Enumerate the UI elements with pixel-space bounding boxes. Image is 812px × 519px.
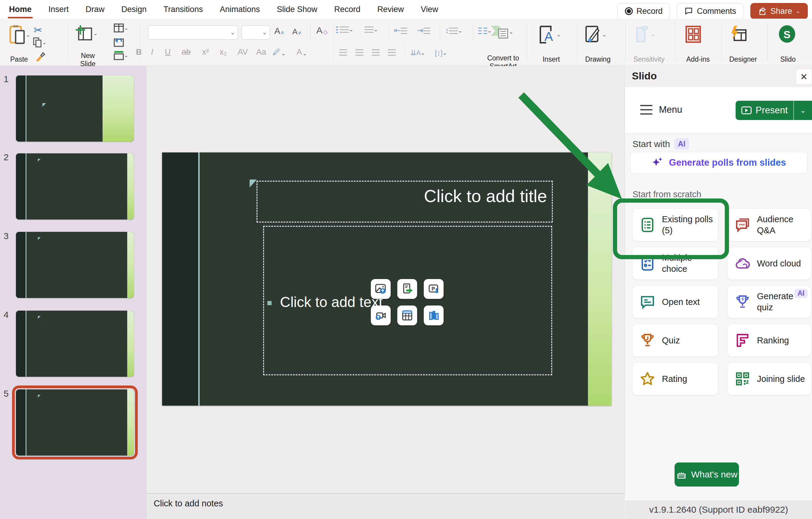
copy-button[interactable]: ⌄ <box>33 37 47 48</box>
tab-record[interactable]: Record <box>334 5 360 14</box>
tab-view[interactable]: View <box>421 5 438 14</box>
record-button[interactable]: Record <box>617 3 670 19</box>
underline-button[interactable]: U <box>165 48 171 57</box>
present-button[interactable]: Present ⌄ <box>735 101 812 120</box>
open-text-icon <box>639 293 656 310</box>
rating-card[interactable]: Rating <box>632 362 719 396</box>
subscript-button[interactable]: x₂ <box>220 48 227 57</box>
quiz-card[interactable]: Quiz <box>632 324 719 357</box>
slido-icon: S <box>778 25 796 43</box>
insert-picture-tile[interactable] <box>371 279 391 299</box>
ranking-card[interactable]: Ranking <box>727 324 811 357</box>
insert-video-tile[interactable] <box>371 306 391 325</box>
new-slide-button[interactable]: ⌄ <box>75 24 98 43</box>
align-left-button[interactable] <box>339 49 347 56</box>
character-spacing-button[interactable]: AV <box>238 48 248 57</box>
slide-thumbnail-4[interactable] <box>16 311 134 377</box>
drawing-group-label: Drawing <box>580 55 616 63</box>
superscript-button[interactable]: x² <box>202 48 209 57</box>
line-spacing-button[interactable]: ↕⌄ <box>445 26 463 35</box>
tab-transitions[interactable]: Transitions <box>164 5 203 14</box>
align-center-button[interactable] <box>355 49 363 56</box>
slide-thumbnail-2[interactable] <box>16 153 134 220</box>
chevron-down-icon: ⌄ <box>556 31 561 38</box>
cameo-icon: P <box>428 283 440 295</box>
tab-home[interactable]: Home <box>9 5 32 14</box>
whats-new-button[interactable]: What's new <box>674 462 739 487</box>
justify-button[interactable] <box>388 49 396 56</box>
bold-button[interactable]: B <box>136 48 142 57</box>
designer-button[interactable] <box>729 25 747 43</box>
paste-button[interactable]: ⌄ <box>9 25 30 45</box>
italic-button[interactable]: I <box>151 48 153 57</box>
slide-thumbnail-1[interactable] <box>16 76 134 142</box>
font-name-select[interactable]: ⌄ <box>148 25 238 40</box>
joining-slide-label: Joining slide <box>757 373 805 384</box>
highlight-color-button[interactable]: 🖉⌄ <box>272 48 286 57</box>
font-color-button[interactable]: A⌄ <box>296 48 307 57</box>
share-button[interactable]: Share ⌄ <box>750 3 808 19</box>
clear-formatting-button[interactable]: A◇ <box>316 25 327 35</box>
tab-slide-show[interactable]: Slide Show <box>277 5 317 14</box>
text-direction-button[interactable]: ⇊A⌄ <box>410 49 425 57</box>
reset-slide-button[interactable] <box>114 37 124 47</box>
decrease-font-button[interactable]: A˅ <box>292 27 301 36</box>
convert-smartart-button[interactable]: ⌄ <box>490 24 513 40</box>
present-dropdown-button[interactable]: ⌄ <box>793 101 812 120</box>
word-cloud-card[interactable]: Word cloud <box>727 247 811 280</box>
open-text-card[interactable]: Open text <box>632 285 719 318</box>
chevron-down-icon: ⌄ <box>442 50 447 56</box>
multiple-choice-card[interactable]: Multiple choice <box>632 247 719 280</box>
title-placeholder[interactable]: Click to add title <box>257 181 553 223</box>
tab-animations[interactable]: Animations <box>220 5 260 14</box>
chevron-down-icon: ⌄ <box>374 26 378 33</box>
slide-canvas[interactable]: Click to add title Click to add text P <box>162 152 611 406</box>
comments-button[interactable]: Comments <box>677 3 744 19</box>
sensitivity-button[interactable]: ⌄ <box>633 25 655 43</box>
generate-polls-button[interactable]: Generate polls from slides <box>630 152 808 173</box>
audience-qa-card[interactable]: Audience Q&A <box>727 208 811 241</box>
generate-quiz-card[interactable]: Generate quiz AI <box>727 285 811 318</box>
reuse-slides-tile[interactable] <box>397 279 417 299</box>
change-case-button[interactable]: Aa <box>256 48 266 57</box>
align-text-button[interactable]: [↕]⌄ <box>435 49 447 57</box>
slido-ribbon-button[interactable]: S <box>778 25 796 43</box>
cut-button[interactable]: ✂ <box>34 24 42 36</box>
notes-pane[interactable]: Click to add notes <box>146 493 625 519</box>
increase-indent-button[interactable]: ⇥ <box>417 26 430 35</box>
bullets-button[interactable]: ⌄ <box>340 26 353 33</box>
existing-polls-card[interactable]: Existing polls (5) <box>632 208 719 241</box>
rating-label: Rating <box>662 373 687 384</box>
layout-button[interactable]: ⌄ <box>114 24 128 32</box>
new-slide-icon <box>75 24 93 43</box>
insert-textbox-button[interactable]: A ⌄ <box>538 25 561 44</box>
joining-slide-card[interactable]: Joining slide <box>727 362 811 396</box>
slide-thumbnail-3[interactable] <box>16 232 134 298</box>
drawing-button[interactable]: ⌄ <box>584 25 607 44</box>
close-panel-button[interactable]: ✕ <box>796 69 812 85</box>
format-painter-button[interactable] <box>35 51 46 62</box>
tab-review[interactable]: Review <box>377 5 404 14</box>
tab-design[interactable]: Design <box>121 5 147 14</box>
cameo-tile[interactable]: P <box>424 279 443 299</box>
tab-draw[interactable]: Draw <box>86 5 105 14</box>
font-size-select[interactable]: ⌄ <box>241 25 270 40</box>
slido-menu-label[interactable]: Menu <box>659 104 683 115</box>
sparkle-icon <box>651 156 664 169</box>
slido-panel-header: Slido ✕ <box>625 65 812 87</box>
align-right-button[interactable] <box>372 49 380 56</box>
chevron-down-icon: ⌄ <box>421 50 425 56</box>
strikethrough-button[interactable]: ab <box>182 48 191 57</box>
slide-thumbnail-5-selected[interactable] <box>16 390 134 456</box>
decrease-indent-button[interactable]: ⇤ <box>394 26 407 35</box>
section-button[interactable]: ⌄ <box>114 51 128 60</box>
addins-button[interactable] <box>685 25 702 43</box>
chevron-down-icon: ⌄ <box>651 31 655 37</box>
tab-insert[interactable]: Insert <box>49 5 69 14</box>
insert-table-tile[interactable] <box>397 306 417 325</box>
insert-chart-tile[interactable] <box>424 306 443 325</box>
increase-font-button[interactable]: A˄ <box>274 26 284 36</box>
slido-version-bar: v1.9.1.2640 (Support ID eabf9922) <box>625 500 812 519</box>
menu-icon[interactable] <box>640 105 652 115</box>
numbering-button[interactable]: ⌄ <box>365 26 378 33</box>
